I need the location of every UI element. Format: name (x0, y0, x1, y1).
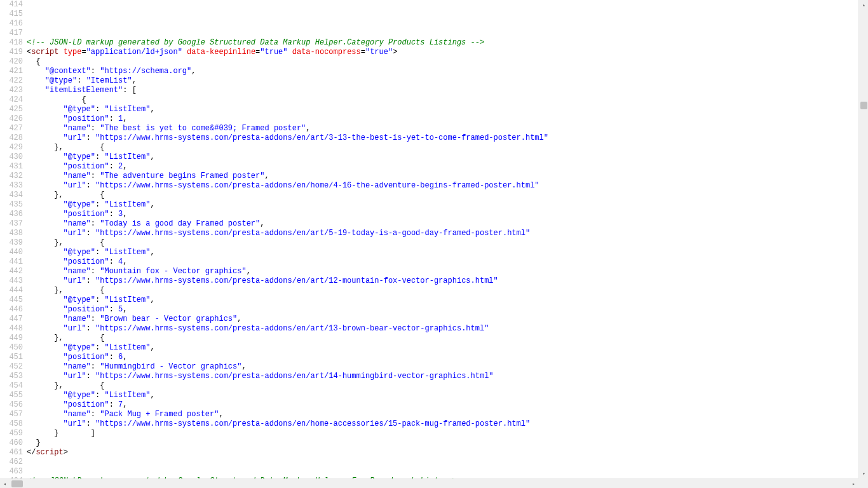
line-number: 416 (0, 19, 23, 29)
line-number: 452 (0, 362, 23, 372)
line-number: 458 (0, 419, 23, 429)
code-line[interactable]: "name": "Hummingbird - Vector graphics", (27, 362, 548, 372)
line-number: 461 (0, 448, 23, 458)
code-line[interactable]: }, { (27, 238, 548, 248)
line-number: 459 (0, 429, 23, 438)
line-number: 457 (0, 410, 23, 419)
code-line[interactable]: "name": "The adventure begins Framed pos… (27, 172, 548, 181)
line-number: 455 (0, 391, 23, 400)
code-line[interactable]: "@context": "https://schema.org", (27, 67, 548, 76)
code-line[interactable]: "position": 2, (27, 162, 548, 172)
code-line[interactable]: }, { (27, 381, 548, 391)
code-line[interactable]: "@type": "ListItem", (27, 248, 548, 257)
code-line[interactable]: { (27, 57, 548, 67)
code-line[interactable]: "@type": "ListItem", (27, 105, 548, 114)
code-line[interactable]: <script type="application/ld+json" data-… (27, 48, 548, 57)
code-line[interactable]: "position": 6, (27, 353, 548, 362)
code-line[interactable]: "position": 7, (27, 400, 548, 410)
line-number: 444 (0, 286, 23, 295)
line-number: 463 (0, 467, 23, 477)
line-number: 449 (0, 334, 23, 343)
code-line[interactable]: "position": 4, (27, 257, 548, 267)
scroll-thumb-vertical[interactable] (860, 102, 867, 109)
line-number: 422 (0, 76, 23, 86)
code-line[interactable]: "@type": "ListItem", (27, 391, 548, 400)
line-number: 442 (0, 267, 23, 276)
scroll-up-button[interactable]: ▴ (859, 0, 868, 10)
code-line[interactable]: "url": "https://www.hrms-systems.com/pre… (27, 372, 548, 381)
code-line[interactable] (27, 10, 548, 19)
scroll-left-button[interactable]: ◂ (0, 479, 10, 488)
line-number: 456 (0, 400, 23, 410)
line-number: 445 (0, 295, 23, 305)
line-number: 450 (0, 343, 23, 353)
line-number: 425 (0, 105, 23, 114)
line-number: 454 (0, 381, 23, 391)
code-line[interactable]: } ] (27, 429, 548, 438)
line-number: 438 (0, 229, 23, 238)
line-number: 430 (0, 152, 23, 162)
line-number: 432 (0, 172, 23, 181)
line-number: 420 (0, 57, 23, 67)
line-number: 460 (0, 438, 23, 448)
code-line[interactable]: }, { (27, 334, 548, 343)
code-line[interactable]: "url": "https://www.hrms-systems.com/pre… (27, 133, 548, 143)
code-line[interactable]: "url": "https://www.hrms-systems.com/pre… (27, 324, 548, 334)
code-line[interactable]: }, { (27, 286, 548, 295)
code-line[interactable]: "url": "https://www.hrms-systems.com/pre… (27, 276, 548, 286)
code-line[interactable] (27, 467, 548, 477)
scroll-down-button[interactable]: ▾ (859, 469, 868, 478)
code-line[interactable]: "name": "Brown bear - Vector graphics", (27, 315, 548, 324)
scroll-thumb-horizontal[interactable] (11, 480, 23, 487)
line-number: 419 (0, 48, 23, 57)
code-line[interactable]: "@type": "ListItem", (27, 200, 548, 210)
line-number: 428 (0, 133, 23, 143)
line-number: 429 (0, 143, 23, 152)
code-line[interactable]: "name": "Pack Mug + Framed poster", (27, 410, 548, 419)
code-line[interactable]: "@type": "ItemList", (27, 76, 548, 86)
line-number: 446 (0, 305, 23, 315)
code-line[interactable]: "url": "https://www.hrms-systems.com/pre… (27, 229, 548, 238)
line-number-gutter: 4144154164174184194204214224234244254264… (0, 0, 27, 486)
code-line[interactable]: </script> (27, 448, 548, 458)
code-line[interactable]: "name": "The best is yet to come&#039; F… (27, 124, 548, 133)
line-number: 424 (0, 95, 23, 105)
line-number: 436 (0, 210, 23, 219)
scrollbar-vertical[interactable]: ▴ ▾ (858, 0, 868, 478)
code-line[interactable]: "@type": "ListItem", (27, 152, 548, 162)
code-line[interactable]: "@type": "ListItem", (27, 295, 548, 305)
code-line[interactable]: } (27, 438, 548, 448)
code-view[interactable]: <!-- JSON-LD markup generated by Google … (27, 0, 548, 486)
line-number: 427 (0, 124, 23, 133)
code-line[interactable]: "url": "https://www.hrms-systems.com/pre… (27, 419, 548, 429)
line-number: 417 (0, 29, 23, 38)
code-line[interactable]: <!-- JSON-LD markup generated by Google … (27, 38, 548, 48)
code-line[interactable] (27, 29, 548, 38)
line-number: 423 (0, 86, 23, 95)
code-line[interactable]: "position": 3, (27, 210, 548, 219)
code-line[interactable] (27, 0, 548, 10)
code-line[interactable]: "itemListElement": [ (27, 86, 548, 95)
code-line[interactable]: "position": 5, (27, 305, 548, 315)
scrollbar-corner (858, 478, 868, 488)
code-line[interactable] (27, 458, 548, 467)
scrollbar-horizontal[interactable]: ◂ ▸ (0, 478, 858, 488)
scroll-right-button[interactable]: ▸ (849, 479, 858, 488)
line-number: 414 (0, 0, 23, 10)
line-number: 415 (0, 10, 23, 19)
code-line[interactable]: }, { (27, 143, 548, 152)
code-line[interactable] (27, 19, 548, 29)
code-line[interactable]: }, { (27, 191, 548, 200)
line-number: 440 (0, 248, 23, 257)
code-line[interactable]: "position": 1, (27, 114, 548, 124)
line-number: 435 (0, 200, 23, 210)
code-line[interactable]: "name": "Today is a good day Framed post… (27, 219, 548, 229)
code-line[interactable]: "name": "Mountain fox - Vector graphics"… (27, 267, 548, 276)
line-number: 437 (0, 219, 23, 229)
code-line[interactable]: "url": "https://www.hrms-systems.com/pre… (27, 181, 548, 191)
line-number: 441 (0, 257, 23, 267)
code-line[interactable]: { (27, 95, 548, 105)
line-number: 447 (0, 315, 23, 324)
code-line[interactable]: "@type": "ListItem", (27, 343, 548, 353)
line-number: 439 (0, 238, 23, 248)
